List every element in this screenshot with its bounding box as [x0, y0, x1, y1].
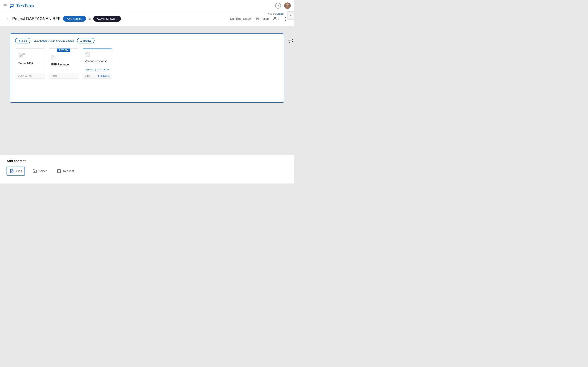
people-icon — [273, 17, 277, 21]
vendor-response-footer: 6 files 2 Requests — [82, 73, 112, 78]
vendor-response-card[interactable]: Vendor Response Updated by AXE Capital 6… — [82, 48, 112, 78]
svg-rect-17 — [85, 52, 87, 53]
mutual-nda-body: Mutual NDA — [15, 49, 45, 73]
topnav-right: ? — [275, 2, 291, 9]
acme-software-chip[interactable]: ACME Software — [93, 16, 121, 22]
svg-marker-6 — [257, 17, 259, 20]
vendor-response-name: Vendor Response — [85, 59, 110, 63]
project-actions: Deadline: Oct 28 Recap 2 ⋮ — [230, 16, 287, 21]
folder-icon — [32, 169, 37, 174]
review-badge: REVIEW — [57, 49, 70, 52]
chat-sidebar-icon[interactable]: 💬 — [287, 37, 294, 45]
people-button[interactable]: 2 — [273, 17, 279, 21]
project-title: Project DARTAGNAN RFP — [12, 16, 61, 21]
vendor-response-body: Vendor Response Updated by AXE Capital — [82, 49, 112, 73]
topnav-left: ☰ TakeTurns — [3, 3, 34, 8]
svg-point-4 — [286, 3, 289, 6]
card-header: 3 to do Last update Jul 24 by AXE Capita… — [15, 38, 279, 43]
last-update-text: Last update Jul 24 by AXE Capital — [34, 39, 74, 42]
recap-button[interactable]: Recap — [256, 17, 269, 21]
bottom-panel: Add content Files — [0, 155, 294, 184]
documents-row: Mutual NDA DOCX 234KB REVIEW RFP Pac — [15, 48, 279, 78]
request-button[interactable]: Request — [54, 167, 76, 175]
mutual-nda-name: Mutual NDA — [18, 62, 43, 65]
files-button[interactable]: Files — [7, 167, 25, 175]
project-header: ← Project DARTAGNAN RFP AXE Capital & AC… — [0, 11, 294, 26]
svg-rect-15 — [52, 55, 54, 57]
rfp-package-footer: 4 files — [49, 73, 79, 78]
recap-icon — [256, 17, 259, 21]
rfp-package-name: RFP Package — [51, 63, 76, 66]
request-label: Request — [63, 169, 74, 173]
back-button[interactable]: ← — [7, 17, 10, 21]
svg-marker-2 — [13, 4, 15, 6]
deadline-label: Deadline: Oct 28 — [230, 17, 251, 20]
blue-card: 3 to do Last update Jul 24 by AXE Capita… — [10, 33, 284, 103]
you-are-leader-label: You are Leader — [268, 13, 284, 15]
rfp-file-info: 4 files — [51, 75, 57, 77]
mutual-nda-card[interactable]: Mutual NDA DOCX 234KB — [15, 48, 45, 78]
vendor-file-info: 6 files — [85, 75, 91, 77]
sidebar-collapse-button[interactable]: « — [287, 11, 294, 20]
mutual-nda-footer: DOCX 234KB — [15, 73, 45, 78]
vendor-updated-label: Updated by AXE Capital — [85, 67, 110, 71]
mutual-nda-file-info: DOCX 234KB — [18, 75, 32, 77]
files-label: Files — [16, 169, 22, 173]
main-area: 3 to do Last update Jul 24 by AXE Capita… — [0, 26, 294, 155]
svg-point-9 — [275, 17, 276, 18]
logo-icon — [9, 3, 15, 8]
files-icon — [9, 169, 14, 174]
folder-label: Folder — [39, 169, 47, 173]
todo-badge: 3 to do — [15, 38, 30, 43]
more-options-button[interactable]: ⋮ — [283, 16, 287, 21]
vendor-requests-info: 2 Requests — [98, 75, 110, 77]
update-badge[interactable]: 1 update — [77, 38, 94, 43]
nda-file-icon — [18, 51, 25, 60]
bottom-actions: Files Folder Request — [7, 167, 287, 175]
svg-rect-0 — [10, 4, 13, 5]
rfp-package-body: RFP Package — [49, 49, 79, 73]
folder-button[interactable]: Folder — [30, 167, 49, 175]
request-icon — [57, 169, 61, 174]
add-content-title: Add content — [7, 159, 287, 163]
hamburger-icon[interactable]: ☰ — [3, 3, 7, 8]
rfp-package-card[interactable]: REVIEW RFP Package 4 files — [49, 48, 79, 78]
logo: TakeTurns — [9, 3, 34, 8]
topnav: ☰ TakeTurns ? — [0, 0, 294, 11]
vendor-file-icon — [85, 52, 110, 58]
help-icon[interactable]: ? — [275, 3, 281, 8]
avatar[interactable] — [284, 2, 291, 9]
svg-point-5 — [285, 6, 290, 9]
axe-capital-chip[interactable]: AXE Capital — [63, 16, 86, 22]
rfp-file-icon — [51, 55, 76, 61]
ampersand: & — [88, 17, 91, 21]
logo-text: TakeTurns — [16, 3, 34, 8]
